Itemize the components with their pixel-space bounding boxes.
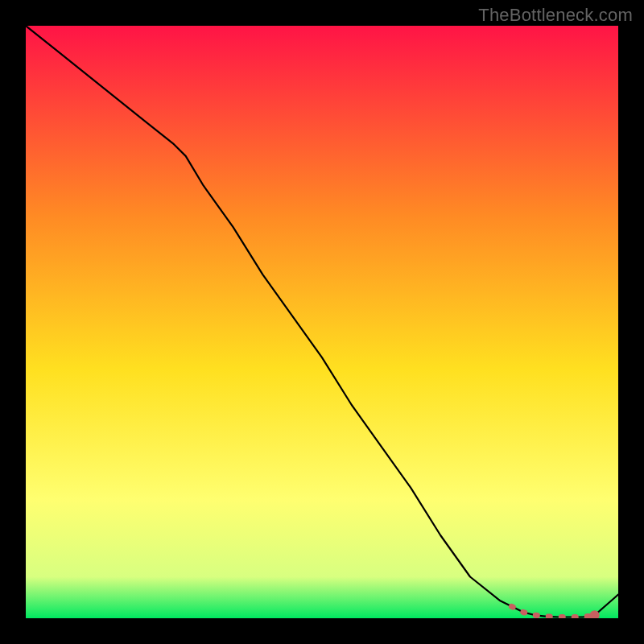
gradient-background	[26, 26, 618, 618]
plot-area	[26, 26, 618, 618]
watermark-text: TheBottleneck.com	[478, 5, 633, 26]
chart-svg	[26, 26, 618, 618]
chart-stage: TheBottleneck.com	[0, 0, 644, 644]
